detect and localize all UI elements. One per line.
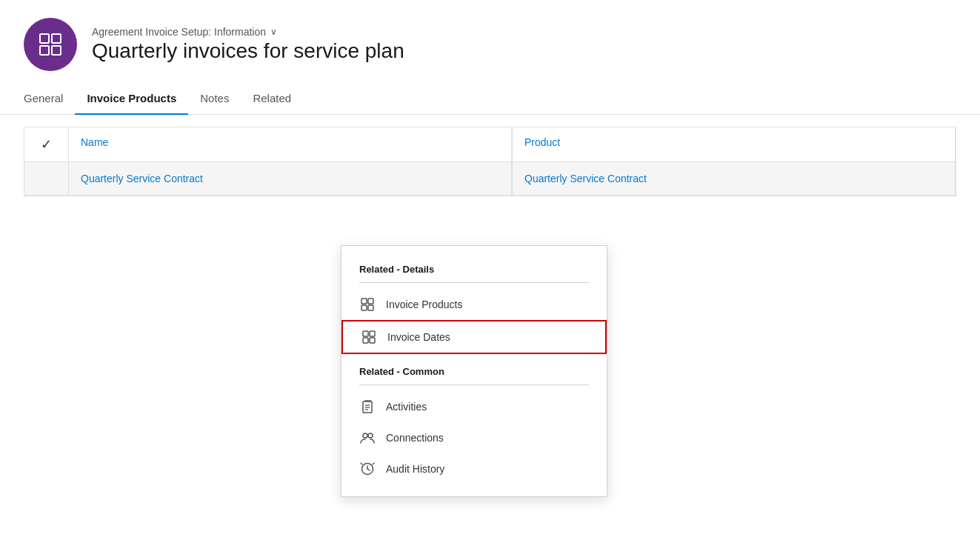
tab-general[interactable]: General [24,83,75,115]
svg-rect-5 [368,299,373,304]
clock-icon [359,461,376,477]
app-avatar [24,18,77,71]
page-header: Agreement Invoice Setup: Information ∨ Q… [0,0,980,83]
chevron-down-icon[interactable]: ∨ [270,27,277,37]
clipboard-icon [359,399,376,415]
table-cell-product[interactable]: Quarterly Service Contract [512,162,956,195]
grid-icon [359,296,376,313]
dropdown-label-audit-history: Audit History [386,463,444,475]
dropdown-section-title-details: Related - Details [341,258,607,279]
dropdown-item-invoice-products[interactable]: Invoice Products [341,289,607,320]
svg-rect-9 [370,331,375,336]
table-col-name[interactable]: Name [69,127,512,161]
grid-icon-dates [361,329,377,345]
page-title: Quarterly invoices for service plan [92,39,404,63]
svg-rect-6 [361,305,367,310]
svg-rect-3 [52,46,61,55]
header-subtitle: Agreement Invoice Setup: Information ∨ [92,26,404,38]
svg-point-17 [368,433,373,438]
dropdown-item-activities[interactable]: Activities [341,391,607,422]
dropdown-item-audit-history[interactable]: Audit History [341,453,607,484]
related-dropdown-menu: Related - Details Invoice Products [341,245,607,497]
table-header-row: ✓ Name Product [24,127,956,162]
header-text-group: Agreement Invoice Setup: Information ∨ Q… [92,26,404,63]
people-icon [359,430,376,446]
table-col-product[interactable]: Product [512,127,956,161]
svg-rect-0 [40,34,49,43]
svg-rect-7 [368,305,373,310]
dropdown-label-invoice-dates: Invoice Dates [387,331,450,343]
dropdown-section-title-common: Related - Common [341,360,607,382]
svg-rect-10 [363,338,368,343]
table-col-check: ✓ [24,127,69,161]
svg-point-16 [363,433,367,438]
dropdown-divider-2 [359,384,589,385]
table-cell-check [24,162,69,195]
dropdown-item-invoice-dates[interactable]: Invoice Dates [341,320,607,354]
tab-invoice-products[interactable]: Invoice Products [75,83,188,115]
dropdown-divider-1 [359,282,589,283]
dropdown-label-connections: Connections [386,432,444,444]
dropdown-label-activities: Activities [386,401,427,413]
svg-rect-1 [52,34,61,43]
table-row: Quarterly Service Contract Quarterly Ser… [24,162,956,196]
svg-rect-8 [363,331,368,336]
tab-notes[interactable]: Notes [188,83,241,115]
dropdown-item-connections[interactable]: Connections [341,422,607,453]
dropdown-label-invoice-products: Invoice Products [386,299,463,310]
subtitle-text: Agreement Invoice Setup: Information [92,26,266,38]
svg-rect-11 [370,338,375,343]
svg-rect-4 [361,299,367,304]
app-icon [37,31,64,58]
svg-rect-2 [40,46,49,55]
tab-related[interactable]: Related [241,83,303,115]
main-content: ✓ Name Product Quarterly Service Contrac… [0,127,980,196]
tab-bar: General Invoice Products Notes Related [0,83,980,115]
invoice-products-table: ✓ Name Product Quarterly Service Contrac… [24,127,956,196]
table-cell-name[interactable]: Quarterly Service Contract [69,162,512,195]
